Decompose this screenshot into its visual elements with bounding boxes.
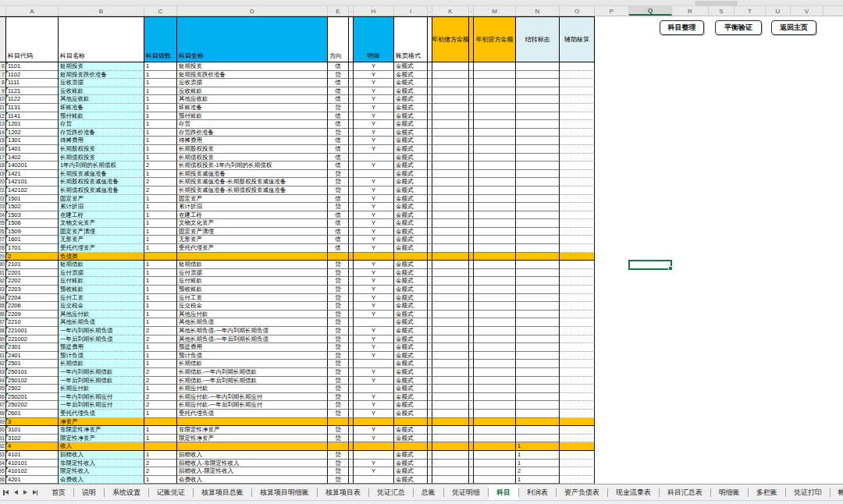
- cell-detail-flag[interactable]: Y: [354, 261, 394, 269]
- cell-full-name[interactable]: 固定资产: [177, 195, 328, 204]
- cell-aux[interactable]: [560, 129, 595, 137]
- cell-account-code[interactable]: 3: [6, 418, 59, 427]
- cell-account-code[interactable]: 221002: [6, 335, 59, 344]
- column-header-P[interactable]: P: [595, 6, 629, 16]
- row-number[interactable]: 55: [0, 467, 6, 476]
- cell-detail-flag[interactable]: Y: [354, 112, 394, 121]
- cell-detail-flag[interactable]: [354, 451, 394, 460]
- cell-account-name[interactable]: 负债类: [59, 253, 144, 261]
- row-number[interactable]: 52: [0, 442, 6, 451]
- cell-opening-credit[interactable]: [474, 104, 516, 112]
- cell-aux[interactable]: [560, 87, 595, 96]
- cell-level[interactable]: [144, 442, 177, 451]
- row-number[interactable]: 39: [0, 335, 6, 344]
- cell-aux[interactable]: [560, 228, 595, 236]
- cell-account-code[interactable]: 1121: [6, 87, 59, 96]
- cell-account-name[interactable]: 长期股权投资: [59, 145, 144, 154]
- cell-full-name[interactable]: 预付账款: [177, 112, 328, 121]
- cell-level[interactable]: 2: [144, 178, 177, 186]
- cell-aux[interactable]: [560, 360, 595, 368]
- cell-full-name[interactable]: [177, 418, 328, 427]
- cell-account-name[interactable]: 一年后到期长期借款: [59, 377, 144, 385]
- cell-aux[interactable]: [560, 385, 595, 393]
- cell-opening-debit[interactable]: [432, 219, 469, 228]
- cell-page-format[interactable]: 金额式: [394, 178, 428, 186]
- row-number[interactable]: 20: [0, 178, 6, 186]
- cell-account-name[interactable]: 长期股权投资减值准备: [59, 178, 144, 186]
- row-number[interactable]: 43: [0, 368, 6, 377]
- cell-full-name[interactable]: 受托代理负债: [177, 410, 328, 418]
- cell-detail-flag[interactable]: Y: [354, 236, 394, 244]
- cell-level[interactable]: 2: [144, 460, 177, 468]
- cell-account-code[interactable]: 1402: [6, 154, 59, 162]
- cell-level[interactable]: 1: [144, 120, 177, 129]
- header-cell-detail[interactable]: 明细: [354, 17, 394, 62]
- cell-full-name[interactable]: 长期投资减值准备: [177, 170, 328, 179]
- cell-full-name[interactable]: 预计负债: [177, 352, 328, 360]
- cell-level[interactable]: 1: [144, 294, 177, 303]
- cell-account-code[interactable]: 1509: [6, 228, 59, 236]
- cell-account-code[interactable]: 221001: [6, 327, 59, 335]
- cell-direction[interactable]: 贷: [328, 377, 349, 385]
- cell-account-name[interactable]: 无形资产: [59, 236, 144, 244]
- cell-level[interactable]: 1: [144, 228, 177, 236]
- cell-account-code[interactable]: 1202: [6, 129, 59, 137]
- cell-account-name[interactable]: 预提费用: [59, 343, 144, 352]
- cell-aux[interactable]: [560, 410, 595, 418]
- cell-page-format[interactable]: 金额式: [394, 401, 428, 410]
- cell-opening-debit[interactable]: [432, 467, 469, 476]
- cell-account-code[interactable]: 3101: [6, 426, 59, 435]
- cell-account-code[interactable]: 2502: [6, 385, 59, 393]
- cell-aux[interactable]: [560, 219, 595, 228]
- cell-opening-credit[interactable]: [474, 71, 516, 80]
- cell-direction[interactable]: 借: [328, 120, 349, 129]
- cell-aux[interactable]: [560, 294, 595, 303]
- row-number[interactable]: 34: [0, 294, 6, 303]
- cell-aux[interactable]: [560, 435, 595, 443]
- cell-level[interactable]: 1: [144, 236, 177, 244]
- cell-account-code[interactable]: 1101: [6, 62, 59, 71]
- cell-full-name[interactable]: 长期借款-一年后到期长期借款: [177, 377, 328, 385]
- cell-page-format[interactable]: 金额式: [394, 137, 428, 145]
- cell-opening-credit[interactable]: [474, 393, 516, 402]
- cell-level[interactable]: 1: [144, 170, 177, 179]
- cell-level[interactable]: 1: [144, 277, 177, 286]
- cell-full-name[interactable]: 长期应付款-一年内到期长期应付: [177, 393, 328, 402]
- cell-detail-flag[interactable]: Y: [354, 401, 394, 410]
- cell-level[interactable]: 1: [144, 71, 177, 80]
- cell-full-name[interactable]: 短期投资: [177, 62, 328, 71]
- cell-opening-debit[interactable]: [432, 137, 469, 145]
- cell-page-format[interactable]: 金额式: [394, 476, 428, 484]
- row-number[interactable]: 49: [0, 418, 6, 427]
- cell-direction[interactable]: 贷: [328, 269, 349, 278]
- header-cell-opening-credit[interactable]: 年初贷方金额: [474, 17, 516, 62]
- balance-verify-button[interactable]: 平衡验证: [715, 20, 762, 35]
- cell-level[interactable]: 1: [144, 286, 177, 294]
- row-number[interactable]: 13: [0, 120, 6, 129]
- cell-level[interactable]: 2: [144, 377, 177, 385]
- cell-full-name[interactable]: 短期投资跌价准备: [177, 71, 328, 80]
- cell-opening-credit[interactable]: [474, 186, 516, 195]
- cell-opening-debit[interactable]: [432, 410, 469, 418]
- cell-carry-flag[interactable]: [516, 401, 560, 410]
- cell-full-name[interactable]: 预收账款: [177, 286, 328, 294]
- cell-account-code[interactable]: 410101: [6, 460, 59, 468]
- cell-detail-flag[interactable]: Y: [354, 79, 394, 87]
- cell-opening-debit[interactable]: [432, 228, 469, 236]
- cell-carry-flag[interactable]: [516, 87, 560, 96]
- cell-carry-flag[interactable]: [516, 377, 560, 385]
- cell-detail-flag[interactable]: [354, 170, 394, 179]
- cell-level[interactable]: 2: [144, 186, 177, 195]
- cell-full-name[interactable]: 其他应付款: [177, 311, 328, 319]
- cell-account-code[interactable]: 250201: [6, 393, 59, 402]
- cell-account-name[interactable]: 会费收入: [59, 476, 144, 484]
- cell-page-format[interactable]: 金额式: [394, 161, 428, 170]
- cell-opening-credit[interactable]: [474, 294, 516, 303]
- header-cell-direction[interactable]: 方向: [328, 17, 349, 62]
- cell-level[interactable]: 1: [144, 112, 177, 121]
- cell-opening-credit[interactable]: [474, 269, 516, 278]
- cell-opening-debit[interactable]: [432, 335, 469, 344]
- cell-opening-credit[interactable]: [474, 203, 516, 211]
- cell-opening-debit[interactable]: [432, 476, 469, 484]
- cell-opening-debit[interactable]: [432, 236, 469, 244]
